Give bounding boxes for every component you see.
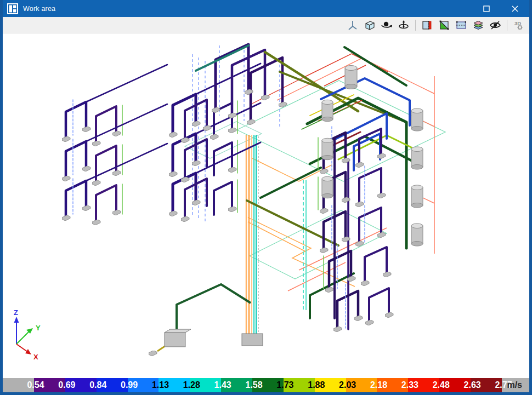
layers-button[interactable]: [471, 18, 485, 32]
close-button[interactable]: [501, 0, 529, 17]
legend-label: 2.63: [464, 381, 481, 390]
legend-label: 1.73: [276, 381, 293, 390]
view-cube-button[interactable]: [363, 18, 377, 32]
hide-elements-button[interactable]: [488, 18, 502, 32]
view-toolbar: 3D: [3, 17, 529, 33]
orbit-view-button[interactable]: [380, 18, 394, 32]
turntable-rotate-button[interactable]: [397, 18, 411, 32]
section-vertical-button[interactable]: [420, 18, 434, 32]
boiler-group: [149, 284, 251, 356]
legend-label: 2.18: [370, 381, 387, 390]
axis-triad: Z Y X: [14, 308, 41, 361]
view-axis-tripod-button[interactable]: [346, 18, 360, 32]
axis-z-label: Z: [14, 308, 18, 317]
legend-label: 1.13: [152, 381, 169, 390]
legend-label: 2.03: [339, 381, 356, 390]
toolbar-separator: [415, 20, 416, 31]
riser-bundle: [246, 135, 258, 336]
axis-tripod-icon: [347, 19, 359, 31]
legend-label: 1.88: [308, 381, 325, 390]
velocity-legend: 0.540.690.840.991.131.281.431.581.731.88…: [3, 378, 529, 392]
pipe-fitting: [149, 351, 157, 357]
legend-label: 2.48: [433, 381, 450, 390]
maximize-icon: [483, 5, 490, 12]
toolbar-separator: [507, 20, 507, 31]
riser-base: [242, 334, 263, 346]
legend-label: 0.84: [89, 381, 106, 390]
orbit-icon: [380, 19, 393, 31]
maximize-button[interactable]: [472, 0, 501, 17]
legend-label: 0.99: [121, 381, 138, 390]
3d-settings-button[interactable]: 3D: [512, 18, 526, 32]
legend-label: 1.43: [214, 381, 231, 390]
clip-plane-diagonal-icon: [438, 19, 450, 31]
3d-viewport[interactable]: Z Y X: [3, 33, 529, 378]
legend-label: 0.54: [27, 381, 44, 390]
left-far-cluster: [66, 65, 167, 221]
close-icon: [511, 5, 519, 13]
thin-salmon-lines: [277, 58, 434, 291]
piping-model: Z Y X: [3, 33, 529, 378]
3d-settings-icon: 3D: [512, 19, 525, 31]
section-horizontal-icon: [455, 19, 467, 31]
axis-x-label: X: [33, 353, 38, 361]
hide-eye-icon: [489, 19, 502, 31]
work-area-window: Work area: [0, 0, 532, 395]
legend-unit: m/s: [507, 380, 522, 390]
window-title: Work area: [23, 5, 55, 13]
view-cube-icon: [364, 19, 376, 31]
section-horizontal-button[interactable]: [454, 18, 468, 32]
axis-y-label: Y: [36, 324, 41, 332]
legend-label: 0.69: [58, 381, 75, 390]
clip-plane-diagonal-button[interactable]: [437, 18, 451, 32]
legend-label: 1.28: [183, 381, 200, 390]
section-vertical-icon: [421, 19, 433, 31]
legend-label: 1.58: [245, 381, 262, 390]
boiler-box: [165, 333, 185, 347]
turntable-rotate-icon: [397, 19, 410, 31]
work-area-icon: [7, 3, 18, 14]
titlebar[interactable]: Work area: [3, 0, 529, 17]
layers-icon: [472, 19, 485, 31]
legend-label: 2.33: [401, 381, 418, 390]
